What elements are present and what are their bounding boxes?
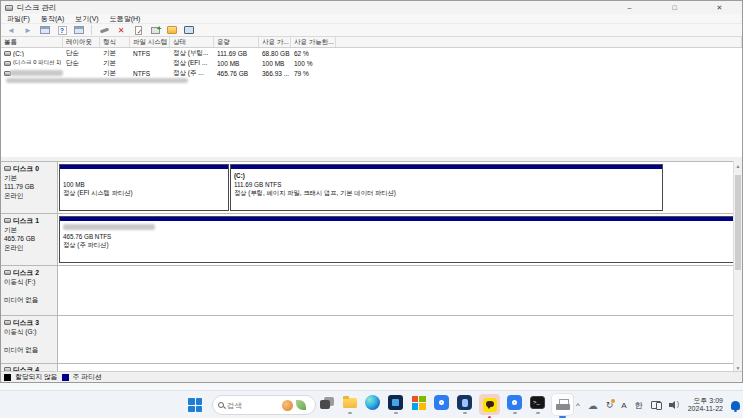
toolbar-separator xyxy=(91,25,92,35)
speaker-icon[interactable]: ) xyxy=(669,401,680,410)
volume-row-c[interactable]: (C:) 단순 기본 NTFS 정상 (부팅... 111.69 GB 68.8… xyxy=(1,48,742,58)
menu-file[interactable]: 파일(F) xyxy=(7,14,30,24)
store-app-icon xyxy=(388,395,403,410)
minimize-button[interactable]: – xyxy=(607,1,652,14)
column-type[interactable]: 형식 xyxy=(100,37,130,47)
terminal-button[interactable]: >_ xyxy=(529,394,546,414)
primary-partition-swatch xyxy=(62,374,69,381)
search-highlight-icon xyxy=(282,400,293,411)
blue-app-button-1[interactable] xyxy=(433,394,450,411)
taskbar-icons: >_ xyxy=(318,394,573,418)
blue-app-icon xyxy=(434,395,449,410)
column-status[interactable]: 상태 xyxy=(170,37,214,47)
disk-graph-pane: 디스크 0 기본 111.79 GB 온라인 100 MB 정상 (EFI 시스… xyxy=(1,161,742,372)
close-button[interactable]: ✕ xyxy=(697,1,742,14)
legend-unallocated-label: 할당되지 않음 xyxy=(15,372,58,382)
disk-row-3: 디스크 3 이동식 (G:) 미디어 없음 xyxy=(1,315,734,363)
redacted-volume-detail xyxy=(6,78,188,83)
blue-app-icon xyxy=(507,395,522,410)
printer-app-button[interactable] xyxy=(552,394,573,418)
disk-3-label[interactable]: 디스크 3 이동식 (G:) 미디어 없음 xyxy=(1,316,58,363)
menubar: 파일(F) 동작(A) 보기(V) 도움말(H) xyxy=(1,14,742,24)
disk-icon xyxy=(4,320,11,325)
open-folder-icon[interactable] xyxy=(166,25,178,36)
partition-disk0-c[interactable]: (C:) 111.69 GB NTFS 정상 (부팅, 페이지 파일, 크래시 … xyxy=(230,164,663,211)
properties-tool-icon[interactable] xyxy=(98,25,110,36)
scrollbar-thumb[interactable] xyxy=(735,175,741,270)
disk-1-label[interactable]: 디스크 1 기본 465.76 GB 온라인 xyxy=(1,214,58,265)
forward-icon[interactable]: ► xyxy=(22,25,34,36)
volume-row-data[interactable]: 기본 NTFS 정상 (주 ... 465.76 GB 366.93 ... 7… xyxy=(1,68,742,78)
delete-volume-icon[interactable]: ✕ xyxy=(115,25,127,36)
volume-icon xyxy=(4,61,11,66)
disk-row-1: 디스크 1 기본 465.76 GB 온라인 465.76 GB NTFS 정상… xyxy=(1,213,734,265)
menu-help[interactable]: 도움말(H) xyxy=(110,14,141,24)
titlebar[interactable]: 디스크 관리 – □ ✕ xyxy=(1,1,742,14)
disk-icon xyxy=(4,166,11,171)
column-volume[interactable]: 볼륨 xyxy=(1,37,63,47)
kakaotalk-icon xyxy=(483,398,497,412)
column-filesystem[interactable]: 파일 시스템 xyxy=(130,37,170,47)
sync-status-icon[interactable]: ↻ xyxy=(606,400,614,410)
store-app-button[interactable] xyxy=(387,394,404,414)
search-icon xyxy=(218,402,224,408)
legend-bar: 할당되지 않음 주 파티션 xyxy=(1,371,742,382)
extend-volume-icon[interactable]: + xyxy=(149,25,161,36)
task-view-button[interactable] xyxy=(318,394,335,411)
vertical-scrollbar[interactable]: ▲ ▼ xyxy=(733,161,742,372)
microsoft-365-button[interactable] xyxy=(410,394,427,411)
menu-view[interactable]: 보기(V) xyxy=(75,14,98,24)
terminal-icon: >_ xyxy=(530,396,545,409)
screen-icon[interactable] xyxy=(183,25,195,36)
system-tray: ^ ☁ ↻ A 한 ) 오후 3:09 2024-11-22 xyxy=(576,391,740,418)
scroll-up-icon[interactable]: ▲ xyxy=(734,161,742,170)
edge-icon xyxy=(365,395,380,410)
column-free[interactable]: 사용 가... xyxy=(259,37,291,47)
file-explorer-button[interactable] xyxy=(341,394,358,414)
redacted-partition-name xyxy=(63,224,155,230)
notification-bell-icon[interactable] xyxy=(731,401,740,410)
cast-screen-icon[interactable] xyxy=(651,401,661,409)
volume-row-efi[interactable]: (디스크 0 파티션 1) 단순 기본 정상 (EFI ... 100 MB 1… xyxy=(1,58,742,68)
menu-action[interactable]: 동작(A) xyxy=(41,14,64,24)
blue-app-button-2[interactable] xyxy=(506,394,523,414)
mark-active-icon[interactable]: ✓ xyxy=(132,25,144,36)
disk-icon xyxy=(4,270,11,275)
window-title: 디스크 관리 xyxy=(17,3,57,13)
kakaotalk-button[interactable] xyxy=(479,394,500,418)
task-view-icon xyxy=(320,397,334,409)
column-layout[interactable]: 레이아웃 xyxy=(63,37,100,47)
partition-disk1-main[interactable]: 465.76 GB NTFS 정상 (주 파티션) xyxy=(59,216,734,263)
help-icon[interactable]: ? xyxy=(56,25,68,36)
start-button[interactable] xyxy=(188,398,202,412)
printer-icon xyxy=(556,399,570,410)
back-icon[interactable]: ◄ xyxy=(5,25,17,36)
taskbar-search[interactable] xyxy=(212,395,316,415)
dark-app-button[interactable] xyxy=(456,394,473,414)
file-explorer-icon xyxy=(343,398,357,408)
taskbar: >_ ^ ☁ ↻ A 한 ) 오후 3:09 2024-11-22 xyxy=(0,390,743,418)
disk-0-label[interactable]: 디스크 0 기본 111.79 GB 온라인 xyxy=(1,162,58,213)
edge-button[interactable] xyxy=(364,394,381,411)
console-tree-icon[interactable] xyxy=(39,25,51,36)
volume-icon xyxy=(4,51,11,56)
unallocated-swatch xyxy=(4,374,11,381)
show-action-pane-icon[interactable] xyxy=(73,25,85,36)
search-input[interactable] xyxy=(227,401,279,410)
ime-latin-indicator[interactable]: A xyxy=(621,401,626,410)
legend-primary-label: 주 파티션 xyxy=(73,372,102,382)
column-capacity[interactable]: 용량 xyxy=(214,37,259,47)
disk-2-label[interactable]: 디스크 2 이동식 (F:) 미디어 없음 xyxy=(1,266,58,315)
disk-icon xyxy=(4,218,11,223)
volume-list-header: 볼륨 레이아웃 형식 파일 시스템 상태 용량 사용 가... 사용 가능한..… xyxy=(1,37,742,48)
taskbar-clock[interactable]: 오후 3:09 2024-11-22 xyxy=(688,397,723,414)
column-pct-free[interactable]: 사용 가능한... xyxy=(291,37,336,47)
maximize-button[interactable]: □ xyxy=(652,1,697,14)
onedrive-cloud-icon[interactable]: ☁ xyxy=(588,400,598,411)
tray-chevron-icon[interactable]: ^ xyxy=(576,401,580,410)
partition-disk0-efi[interactable]: 100 MB 정상 (EFI 시스템 파티션) xyxy=(59,164,229,211)
disk-management-window: 디스크 관리 – □ ✕ 파일(F) 동작(A) 보기(V) 도움말(H) ◄ … xyxy=(0,0,743,383)
redacted-volume-name xyxy=(10,70,63,76)
ime-korean-indicator[interactable]: 한 xyxy=(635,400,643,411)
search-highlight-leaf-icon xyxy=(296,400,306,410)
